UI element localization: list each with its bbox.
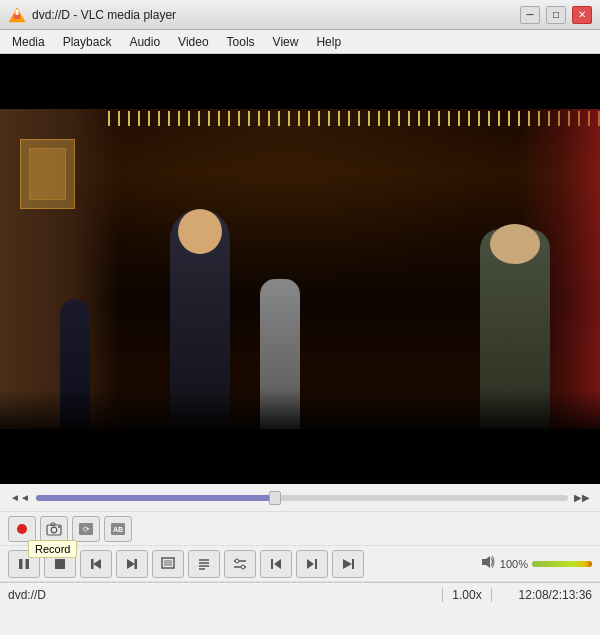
title-bar: dvd://D - VLC media player ─ □ ✕ [0,0,600,30]
svg-marker-17 [127,559,135,569]
restore-button[interactable]: □ [546,6,566,24]
svg-text:AB: AB [113,526,123,533]
svg-rect-12 [19,559,23,569]
playback-time: 12:08/2:13:36 [492,588,592,602]
loop-icon: ⟳ [78,522,94,536]
svg-point-27 [235,559,239,563]
window-title: dvd://D - VLC media player [32,8,514,22]
seek-track[interactable] [36,495,568,501]
ground-shadow [0,389,600,429]
camera-icon [46,522,62,536]
speaker-icon [480,555,496,569]
volume-fill [532,561,592,567]
seek-thumb[interactable] [269,491,281,505]
menu-media[interactable]: Media [4,33,53,51]
svg-rect-14 [55,559,65,569]
svg-marker-15 [93,559,101,569]
svg-point-28 [241,565,245,569]
main-controls-bar: 100% [0,546,600,582]
ambient-light [50,109,520,301]
chapter-prev-button[interactable] [260,550,292,578]
menu-playback[interactable]: Playback [55,33,120,51]
volume-icon[interactable] [480,555,496,572]
black-bar-top [0,54,600,109]
ab-icon: AB [110,522,126,536]
snapshot-button[interactable] [40,516,68,542]
svg-marker-35 [482,556,490,568]
svg-rect-16 [91,559,94,569]
prev-chapter-icon [89,557,103,571]
volume-percentage: 100% [500,558,528,570]
svg-marker-30 [274,559,281,569]
svg-marker-33 [343,559,352,569]
pause-button[interactable] [8,550,40,578]
seek-fill [36,495,275,501]
scene-content [0,109,600,429]
stop-icon [53,557,67,571]
fullscreen-icon [161,557,175,571]
chapter-next-button[interactable] [296,550,328,578]
record-icon [17,524,27,534]
extended-settings-icon [232,557,248,571]
stop-button[interactable] [44,550,76,578]
status-bar: dvd://D 1.00x 12:08/2:13:36 [0,582,600,606]
chapter-next-icon [305,557,319,571]
media-path: dvd://D [8,588,442,602]
seek-forward-button[interactable]: ▶▶ [572,490,592,505]
playlist-button[interactable] [188,550,220,578]
record-button[interactable] [8,516,36,542]
menu-help[interactable]: Help [308,33,349,51]
loop-button[interactable]: ⟳ [72,516,100,542]
svg-rect-6 [51,523,55,526]
svg-point-3 [16,9,19,12]
next-chapter-button[interactable] [116,550,148,578]
chapter-prev-icon [269,557,283,571]
seek-back-button[interactable]: ◄◄ [8,490,32,505]
playlist-icon [197,557,211,571]
svg-marker-32 [307,559,314,569]
svg-point-7 [58,526,60,528]
extra-controls-bar: ⟳ AB Record [0,512,600,546]
vlc-logo-icon [8,6,26,24]
ab-button[interactable]: AB [104,516,132,542]
menu-audio[interactable]: Audio [121,33,168,51]
menu-tools[interactable]: Tools [219,33,263,51]
frame-icon [341,557,355,571]
svg-point-5 [51,527,57,533]
next-chapter-icon [125,557,139,571]
svg-rect-29 [271,559,273,569]
menu-view[interactable]: View [265,33,307,51]
extended-settings-button[interactable] [224,550,256,578]
svg-rect-20 [164,560,172,566]
frame-button[interactable] [332,550,364,578]
movie-scene [0,54,600,484]
minimize-button[interactable]: ─ [520,6,540,24]
svg-text:⟳: ⟳ [83,525,90,534]
svg-rect-18 [135,559,138,569]
fullscreen-button[interactable] [152,550,184,578]
menu-bar: Media Playback Audio Video Tools View He… [0,30,600,54]
playback-speed: 1.00x [442,588,492,602]
seek-bar-area: ◄◄ ▶▶ [0,484,600,512]
volume-slider[interactable] [532,561,592,567]
volume-area: 100% [480,555,592,572]
menu-video[interactable]: Video [170,33,216,51]
black-bar-bottom [0,429,600,484]
close-button[interactable]: ✕ [572,6,592,24]
prev-chapter-button[interactable] [80,550,112,578]
svg-rect-13 [26,559,30,569]
video-area [0,54,600,484]
pause-icon [17,557,31,571]
svg-rect-31 [315,559,317,569]
